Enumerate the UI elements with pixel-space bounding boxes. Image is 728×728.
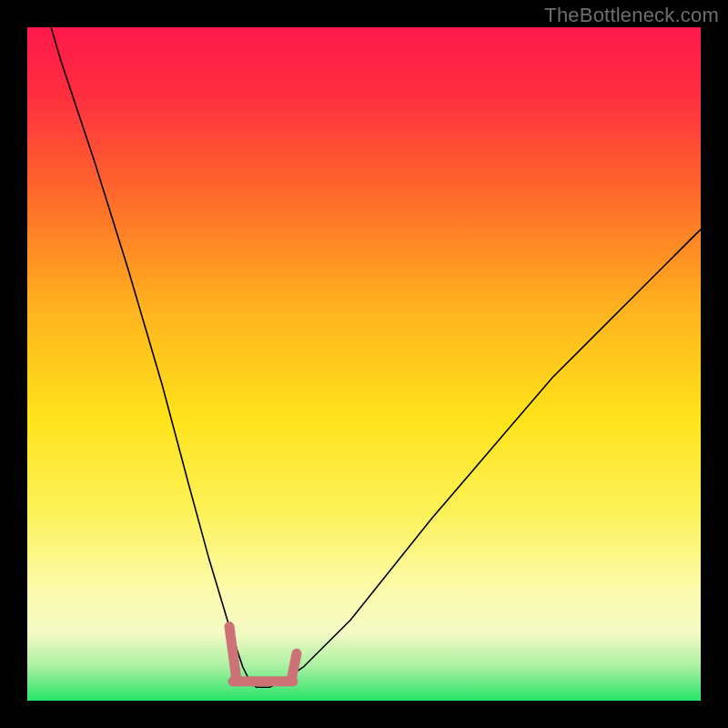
- gradient-background: [27, 27, 701, 701]
- plot-svg: [27, 27, 701, 701]
- optimal-marker-right: [291, 653, 297, 681]
- watermark-text: TheBottleneck.com: [544, 4, 719, 27]
- chart-frame: TheBottleneck.com: [0, 0, 728, 728]
- plot-area: [27, 27, 701, 701]
